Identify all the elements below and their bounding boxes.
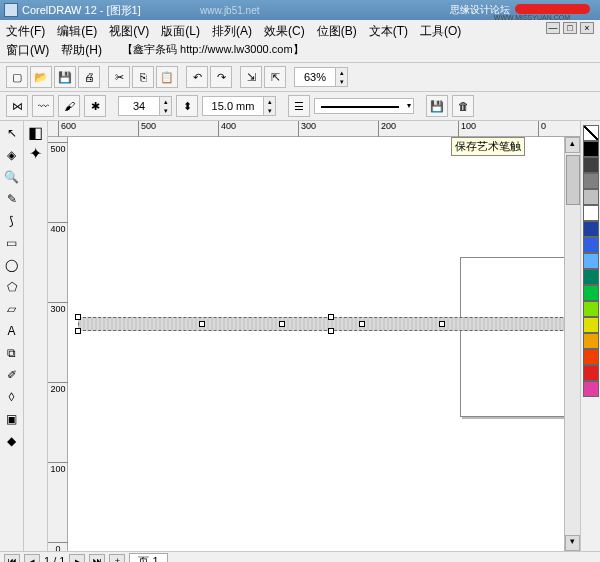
blend-tool[interactable]: ⧉ — [2, 343, 22, 363]
last-page-button[interactable]: ⏭ — [89, 554, 105, 563]
color-swatch[interactable] — [583, 189, 599, 205]
menu-bitmaps[interactable]: 位图(B) — [317, 23, 357, 40]
vertical-ruler[interactable]: 5004003002001000 — [48, 137, 68, 551]
color-swatch[interactable] — [583, 349, 599, 365]
cut-button[interactable]: ✂ — [108, 66, 130, 88]
stroke-width-input[interactable] — [203, 100, 263, 112]
open-button[interactable]: 📂 — [30, 66, 52, 88]
prev-page-button[interactable]: ◂ — [24, 554, 40, 563]
menu-file[interactable]: 文件(F) — [6, 23, 45, 40]
redo-button[interactable]: ↷ — [210, 66, 232, 88]
basic-shapes-tool[interactable]: ▱ — [2, 299, 22, 319]
new-button[interactable]: ▢ — [6, 66, 28, 88]
import-button[interactable]: ⇲ — [240, 66, 262, 88]
preset-stroke-button[interactable]: 〰 — [32, 95, 54, 117]
property-bar: ⋈ 〰 🖌 ✱ ▴▾ ⬍ ▴▾ ☰ ▾ 💾 🗑 — [0, 92, 600, 121]
page-tab[interactable]: 页 1 — [129, 553, 167, 562]
menu-effects[interactable]: 效果(C) — [264, 23, 305, 40]
delete-stroke-button[interactable]: 🗑 — [452, 95, 474, 117]
selection-handle[interactable] — [75, 328, 81, 334]
next-page-button[interactable]: ▸ — [69, 554, 85, 563]
selection-handle[interactable] — [279, 321, 285, 327]
pick-tool[interactable]: ↖ — [2, 123, 22, 143]
fill-tool[interactable]: ▣ — [2, 409, 22, 429]
color-swatch[interactable] — [583, 141, 599, 157]
annotation-scribble — [515, 4, 590, 14]
color-swatch[interactable] — [583, 205, 599, 221]
menu-arrange[interactable]: 排列(A) — [212, 23, 252, 40]
ellipse-tool[interactable]: ◯ — [2, 255, 22, 275]
zoom-input[interactable] — [295, 71, 335, 83]
selected-object[interactable] — [78, 317, 578, 331]
color-swatch[interactable] — [583, 253, 599, 269]
width-icon: ⬍ — [176, 95, 198, 117]
scroll-thumb[interactable] — [566, 155, 580, 205]
selection-handle[interactable] — [328, 314, 334, 320]
drawing-canvas[interactable]: 保存艺术笔触 — [68, 137, 580, 551]
zoom-combo[interactable]: ▴▾ — [294, 67, 348, 87]
add-page-button[interactable]: + — [109, 554, 125, 563]
vertical-scrollbar[interactable]: ▴ ▾ — [564, 137, 580, 551]
horizontal-ruler[interactable]: 6005004003002001000 — [48, 121, 580, 137]
menu-edit[interactable]: 编辑(E) — [57, 23, 97, 40]
undo-button[interactable]: ↶ — [186, 66, 208, 88]
scroll-up-button[interactable]: ▴ — [565, 137, 580, 153]
selection-handle[interactable] — [75, 314, 81, 320]
menu-layout[interactable]: 版面(L) — [161, 23, 200, 40]
menu-help[interactable]: 帮助(H) — [61, 42, 102, 59]
paste-button[interactable]: 📋 — [156, 66, 178, 88]
stroke-preview-dropdown[interactable]: ▾ — [314, 98, 414, 114]
color-swatch[interactable] — [583, 157, 599, 173]
color-swatch[interactable] — [583, 173, 599, 189]
aux-tool-2[interactable]: ✦ — [29, 144, 42, 163]
window-close-button[interactable]: × — [580, 22, 594, 34]
menu-tools[interactable]: 工具(O) — [420, 23, 461, 40]
selection-handle[interactable] — [359, 321, 365, 327]
freehand-tool[interactable]: ✎ — [2, 189, 22, 209]
polygon-tool[interactable]: ⬠ — [2, 277, 22, 297]
selection-handle[interactable] — [328, 328, 334, 334]
text-tool[interactable]: A — [2, 321, 22, 341]
selection-handle[interactable] — [199, 321, 205, 327]
color-swatch[interactable] — [583, 301, 599, 317]
stroke-list-button[interactable]: ☰ — [288, 95, 310, 117]
menu-window[interactable]: 窗口(W) — [6, 42, 49, 59]
zoom-tool[interactable]: 🔍 — [2, 167, 22, 187]
secondary-toolbox: ◧ ✦ — [24, 121, 48, 551]
sprayer-button[interactable]: ✱ — [84, 95, 106, 117]
eyedropper-tool[interactable]: ✐ — [2, 365, 22, 385]
color-swatch[interactable] — [583, 317, 599, 333]
scroll-down-button[interactable]: ▾ — [565, 535, 580, 551]
selection-handle[interactable] — [439, 321, 445, 327]
color-swatch[interactable] — [583, 381, 599, 397]
color-swatch[interactable] — [583, 285, 599, 301]
rectangle-tool[interactable]: ▭ — [2, 233, 22, 253]
print-button[interactable]: 🖨 — [78, 66, 100, 88]
stroke-width-spin[interactable]: ▴▾ — [202, 96, 276, 116]
interactive-fill-tool[interactable]: ◆ — [2, 431, 22, 451]
menu-view[interactable]: 视图(V) — [109, 23, 149, 40]
menu-text[interactable]: 文本(T) — [369, 23, 408, 40]
outline-tool[interactable]: ◊ — [2, 387, 22, 407]
smoothing-spin[interactable]: ▴▾ — [118, 96, 172, 116]
smart-draw-tool[interactable]: ⟆ — [2, 211, 22, 231]
color-swatch[interactable] — [583, 333, 599, 349]
export-button[interactable]: ⇱ — [264, 66, 286, 88]
brush-button[interactable]: 🖌 — [58, 95, 80, 117]
save-stroke-button[interactable]: 💾 — [426, 95, 448, 117]
copy-button[interactable]: ⎘ — [132, 66, 154, 88]
menu-extra-link[interactable]: 【鑫宇条码 http://www.lw3000.com】 — [122, 42, 304, 59]
first-page-button[interactable]: ⏮ — [4, 554, 20, 563]
color-swatch[interactable] — [583, 237, 599, 253]
save-button[interactable]: 💾 — [54, 66, 76, 88]
no-fill-swatch[interactable] — [583, 125, 599, 141]
aux-tool-1[interactable]: ◧ — [28, 123, 43, 142]
shape-tool[interactable]: ◈ — [2, 145, 22, 165]
color-swatch[interactable] — [583, 365, 599, 381]
smoothing-input[interactable] — [119, 100, 159, 112]
window-maximize-button[interactable]: □ — [563, 22, 577, 34]
color-swatch[interactable] — [583, 221, 599, 237]
color-swatch[interactable] — [583, 269, 599, 285]
artistic-media-icon: ⋈ — [6, 95, 28, 117]
window-minimize-button[interactable]: — — [546, 22, 560, 34]
